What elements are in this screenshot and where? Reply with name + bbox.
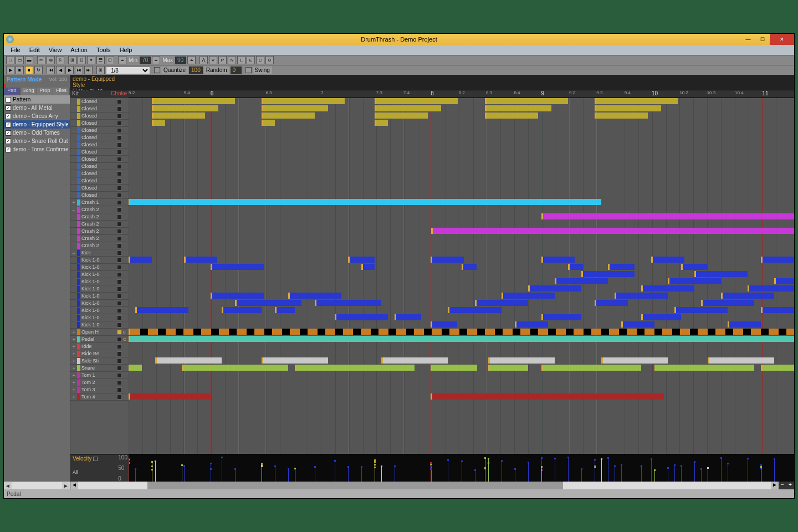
velocity-bar[interactable]: [701, 469, 702, 482]
note[interactable]: [129, 393, 211, 400]
velocity-bar[interactable]: [152, 467, 152, 482]
note[interactable]: [485, 112, 538, 119]
velocity-bar[interactable]: [641, 468, 642, 482]
velocity-bar[interactable]: [315, 467, 315, 482]
note[interactable]: [375, 120, 388, 126]
pattern-item[interactable]: ✓demo - Equipped Style: [4, 120, 70, 129]
note[interactable]: [595, 112, 648, 119]
note[interactable]: [315, 300, 381, 306]
expand-icon[interactable]: +: [71, 387, 76, 392]
velocity-bar[interactable]: [581, 469, 582, 482]
track-box-icon[interactable]: [117, 301, 122, 306]
note[interactable]: [541, 365, 641, 371]
checkbox-icon[interactable]: ✓: [6, 114, 11, 119]
track-row[interactable]: –Closed: [70, 127, 129, 134]
track-box-icon[interactable]: [117, 279, 122, 284]
note[interactable]: [541, 314, 581, 320]
velocity-bar[interactable]: [621, 465, 622, 482]
note[interactable]: [761, 307, 794, 313]
letter-p-icon[interactable]: P: [218, 56, 227, 64]
note[interactable]: [462, 264, 477, 270]
velocity-bar[interactable]: [361, 467, 362, 482]
note[interactable]: [674, 307, 728, 313]
track-box-icon[interactable]: [117, 99, 122, 104]
record-icon[interactable]: ■: [25, 66, 33, 74]
note[interactable]: [555, 278, 608, 284]
end-icon[interactable]: ⏭: [84, 66, 93, 74]
track-box-icon[interactable]: [117, 150, 122, 155]
track-box-icon[interactable]: [117, 121, 122, 126]
note[interactable]: [641, 314, 681, 320]
velocity-bar[interactable]: [555, 459, 555, 482]
h-scroll-track[interactable]: [78, 482, 771, 489]
note[interactable]: [595, 105, 661, 111]
track-box-icon[interactable]: [117, 200, 122, 205]
track-row[interactable]: Closed: [70, 149, 129, 156]
note[interactable]: [381, 357, 448, 364]
velocity-bar[interactable]: [184, 466, 185, 482]
note[interactable]: [761, 365, 794, 371]
menu-edit[interactable]: Edit: [25, 47, 44, 53]
velocity-bar[interactable]: [211, 469, 211, 482]
velocity-bar[interactable]: [348, 467, 349, 482]
note[interactable]: [541, 257, 575, 263]
track-box-icon[interactable]: [117, 344, 122, 349]
note[interactable]: [651, 257, 684, 263]
note[interactable]: [395, 314, 421, 320]
track-box-icon[interactable]: [117, 359, 122, 364]
expand-icon[interactable]: +: [71, 373, 76, 378]
track-row[interactable]: –Crash 2: [70, 206, 129, 213]
tool2-icon[interactable]: ☰: [96, 56, 105, 64]
track-row[interactable]: Kick 1-0: [70, 314, 129, 321]
track-row[interactable]: +Ride: [70, 343, 129, 350]
velocity-bar[interactable]: [485, 458, 485, 482]
grid-icon[interactable]: ⊟: [78, 56, 86, 64]
track-box-icon[interactable]: [117, 186, 122, 191]
note[interactable]: [541, 213, 794, 219]
track-row[interactable]: Closed: [70, 134, 129, 141]
velocity-bar[interactable]: [335, 461, 335, 482]
menu-file[interactable]: File: [6, 47, 25, 53]
velocity-bar[interactable]: [761, 467, 761, 482]
note[interactable]: [448, 307, 501, 313]
velocity-bar[interactable]: [448, 461, 448, 482]
scroll-left-icon[interactable]: ◄: [4, 483, 12, 489]
scroll-right-icon[interactable]: ►: [62, 483, 70, 489]
track-box-icon[interactable]: [117, 243, 122, 248]
track-box-icon[interactable]: [117, 214, 122, 219]
track-box-icon[interactable]: [117, 250, 122, 255]
note[interactable]: [601, 357, 668, 364]
note[interactable]: [621, 321, 654, 328]
note[interactable]: [488, 357, 555, 364]
note[interactable]: [475, 300, 528, 306]
velocity-bar[interactable]: [728, 464, 728, 482]
h-scrollbar[interactable]: ◄ ► − +: [70, 482, 794, 489]
velocity-grid[interactable]: [129, 454, 794, 482]
tool-icon[interactable]: ✦: [87, 56, 95, 64]
track-box-icon[interactable]: [117, 265, 122, 270]
expand-icon[interactable]: +: [71, 351, 76, 356]
expand-icon[interactable]: +: [71, 330, 76, 335]
note[interactable]: [502, 293, 555, 299]
tab-patt[interactable]: Patt: [4, 88, 21, 95]
header-check-icon[interactable]: [6, 97, 11, 103]
expand-icon[interactable]: –: [71, 250, 76, 255]
track-box-icon[interactable]: [117, 366, 122, 371]
checkbox-icon[interactable]: ✓: [6, 139, 11, 144]
note[interactable]: [375, 98, 458, 104]
copy-icon[interactable]: ⧉: [47, 56, 55, 64]
pattern-item[interactable]: ✓demo - Toms Confirmed: [4, 145, 70, 154]
expand-icon[interactable]: –: [71, 207, 76, 212]
track-row[interactable]: +Side Sti: [70, 357, 129, 365]
expand-icon[interactable]: +: [71, 359, 76, 364]
track-row[interactable]: Kick 1-0: [70, 264, 129, 271]
track-row[interactable]: +Open H0: [70, 329, 129, 336]
track-row[interactable]: Closed: [70, 112, 129, 120]
pattern-item[interactable]: ✓demo - Snare Roll Out: [4, 137, 70, 145]
letter-c-icon[interactable]: C: [256, 56, 264, 64]
track-row[interactable]: Closed: [70, 177, 129, 185]
track-box-icon[interactable]: [117, 142, 122, 147]
track-box-icon[interactable]: [117, 387, 122, 392]
track-box-icon[interactable]: [117, 330, 122, 335]
scroll-right-icon[interactable]: ►: [771, 482, 779, 489]
